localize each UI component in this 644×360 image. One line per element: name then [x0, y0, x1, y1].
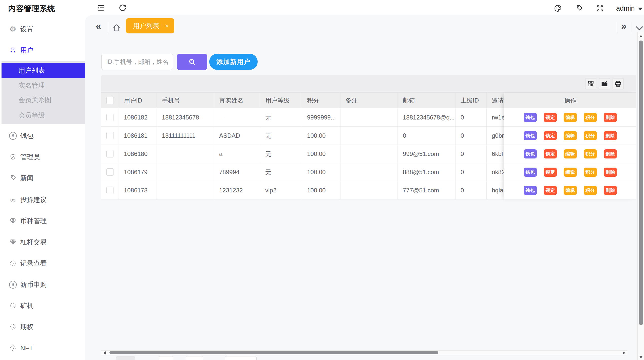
- action-button[interactable]: 钱包: [524, 186, 537, 195]
- tab-close-icon[interactable]: ×: [165, 22, 169, 30]
- action-button[interactable]: 删除: [604, 149, 617, 158]
- row-checkbox[interactable]: [106, 132, 114, 139]
- action-button[interactable]: 编辑: [564, 131, 577, 140]
- header-cell-actions: 操作: [504, 93, 636, 108]
- sidebar-item-6[interactable]: ∞投拆建议: [9, 194, 47, 206]
- export-icon[interactable]: [599, 78, 610, 89]
- sidebar-item-label: 矿机: [20, 301, 33, 310]
- action-button[interactable]: 钱包: [524, 149, 537, 158]
- user-menu[interactable]: admin: [616, 5, 642, 12]
- row-checkbox[interactable]: [106, 168, 114, 176]
- gear-icon: ⚙: [9, 25, 17, 33]
- scroll-down-arrow-icon[interactable]: [639, 356, 642, 358]
- sidebar-item-10[interactable]: $新币申购: [9, 278, 47, 291]
- cell-points: 9999999...: [302, 108, 340, 126]
- row-checkbox[interactable]: [106, 114, 114, 121]
- sidebar-item-11[interactable]: 矿机: [9, 299, 33, 312]
- palette-icon[interactable]: [553, 4, 562, 13]
- dollar-circle-icon: $: [9, 132, 17, 139]
- sidebar-item-label: 用户: [20, 46, 33, 55]
- add-user-button[interactable]: 添加新用户: [209, 54, 258, 70]
- action-button[interactable]: 钱包: [524, 168, 537, 177]
- refresh-icon[interactable]: [118, 4, 127, 13]
- action-button[interactable]: 编辑: [564, 113, 577, 122]
- scroll-left-arrow-icon[interactable]: [103, 351, 106, 354]
- action-button[interactable]: 删除: [604, 186, 617, 195]
- tabs-scroll-left-icon[interactable]: «: [96, 21, 101, 31]
- column-settings-icon[interactable]: [585, 78, 596, 89]
- cell-parent_id: 0: [456, 108, 487, 126]
- sidebar-item-4[interactable]: 管理员: [9, 151, 40, 163]
- action-button[interactable]: 钱包: [524, 113, 537, 122]
- horizontal-scrollbar[interactable]: [101, 350, 627, 355]
- action-button[interactable]: 编辑: [564, 168, 577, 177]
- sidebar-item-9[interactable]: 记录查看: [9, 257, 47, 269]
- dashed-clock-icon: [9, 302, 17, 309]
- table-toolbar: [101, 75, 636, 93]
- row-checkbox[interactable]: [106, 187, 114, 194]
- action-button[interactable]: 锁定: [544, 149, 557, 158]
- pagination-button-3[interactable]: [186, 356, 203, 360]
- action-button[interactable]: 编辑: [564, 186, 577, 195]
- action-button[interactable]: 积分: [584, 149, 597, 158]
- tabs-collapse-icon[interactable]: [637, 24, 642, 29]
- actions-fixed-column: 操作钱包锁定编辑积分删除钱包锁定编辑积分删除钱包锁定编辑积分删除钱包锁定编辑积分…: [504, 93, 636, 200]
- action-button[interactable]: 删除: [604, 131, 617, 140]
- cell-remark: [340, 163, 398, 181]
- submenu-item-4[interactable]: 会员等级: [2, 109, 85, 122]
- cell-parent_id: 0: [456, 181, 487, 199]
- sidebar-item-label: 记录查看: [20, 259, 47, 268]
- action-button[interactable]: 删除: [604, 113, 617, 122]
- action-button[interactable]: 积分: [584, 186, 597, 195]
- actions-row-1: 钱包锁定编辑积分删除: [504, 108, 636, 127]
- submenu-item-2[interactable]: 实名管理: [2, 79, 85, 92]
- actions-row-4: 钱包锁定编辑积分删除: [504, 163, 636, 181]
- select-all-cell: [101, 93, 119, 108]
- action-button[interactable]: 删除: [604, 168, 617, 177]
- select-all-checkbox[interactable]: [106, 97, 114, 104]
- scroll-up-arrow-icon[interactable]: [639, 35, 642, 37]
- home-icon[interactable]: [112, 23, 121, 33]
- pagination-button-4[interactable]: [225, 356, 257, 360]
- sidebar-item-13[interactable]: NFT: [9, 342, 33, 354]
- action-button[interactable]: 锁定: [544, 131, 557, 140]
- cell-email: 999@51.com: [398, 145, 456, 163]
- sidebar-item-2[interactable]: 用户: [9, 44, 33, 56]
- row-select-cell: [101, 108, 119, 126]
- cell-real_name: --: [214, 108, 260, 126]
- horizontal-scrollbar-thumb[interactable]: [109, 351, 438, 354]
- action-button[interactable]: 积分: [584, 168, 597, 177]
- sidebar-item-1[interactable]: ⚙设置: [9, 23, 33, 35]
- scroll-right-arrow-icon[interactable]: [623, 351, 625, 354]
- cell-real_name: a: [214, 145, 260, 163]
- action-button[interactable]: 锁定: [544, 186, 557, 195]
- action-button[interactable]: 积分: [584, 113, 597, 122]
- search-button[interactable]: [177, 54, 207, 70]
- submenu-item-3[interactable]: 会员关系图: [2, 93, 85, 106]
- print-icon[interactable]: [613, 78, 624, 89]
- action-button[interactable]: 编辑: [564, 149, 577, 158]
- action-button[interactable]: 积分: [584, 131, 597, 140]
- search-input[interactable]: [101, 54, 173, 70]
- vertical-scrollbar-thumb[interactable]: [639, 41, 643, 325]
- tabs-scroll-right-icon[interactable]: »: [621, 21, 627, 31]
- action-button[interactable]: 锁定: [544, 113, 557, 122]
- sidebar-item-7[interactable]: 币种管理: [9, 215, 47, 227]
- collapse-sidebar-icon[interactable]: [96, 4, 105, 13]
- cell-remark: [340, 127, 398, 145]
- fullscreen-icon[interactable]: [595, 4, 604, 13]
- tab-user-list[interactable]: 用户列表×: [126, 18, 174, 33]
- action-button[interactable]: 钱包: [524, 131, 537, 140]
- sidebar-item-5[interactable]: 新闻: [9, 172, 33, 184]
- sidebar-item-12[interactable]: 期权: [9, 321, 33, 333]
- submenu-item-1[interactable]: 用户列表: [2, 63, 85, 78]
- pagination-button-2[interactable]: [159, 356, 173, 360]
- sidebar-item-3[interactable]: $钱包: [9, 130, 33, 142]
- tag-icon[interactable]: [575, 4, 584, 13]
- sidebar-item-8[interactable]: 杠杆交易: [9, 236, 47, 248]
- pagination-button-1[interactable]: [116, 356, 135, 360]
- vertical-scrollbar[interactable]: [637, 32, 644, 360]
- row-select-cell: [101, 127, 119, 145]
- row-checkbox[interactable]: [106, 150, 114, 157]
- action-button[interactable]: 锁定: [544, 168, 557, 177]
